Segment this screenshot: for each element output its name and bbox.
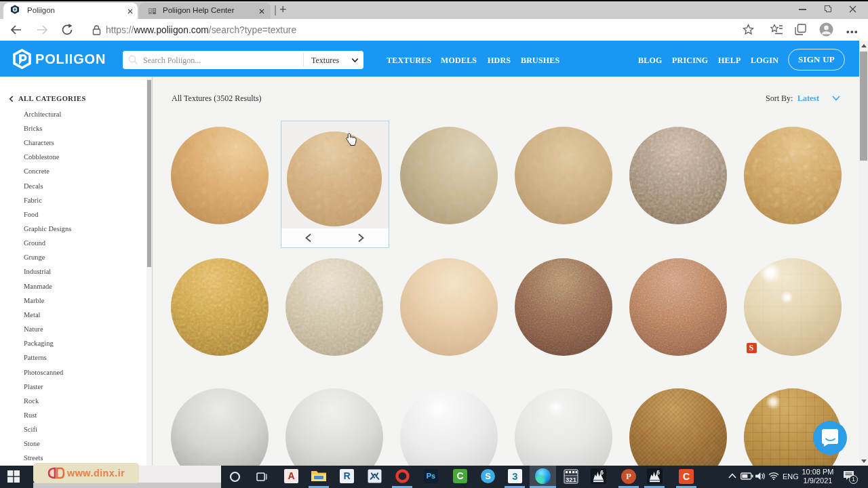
svg-text:6: 6 [600, 469, 604, 476]
svg-text:321: 321 [566, 476, 577, 483]
svg-text:6: 6 [656, 469, 660, 476]
